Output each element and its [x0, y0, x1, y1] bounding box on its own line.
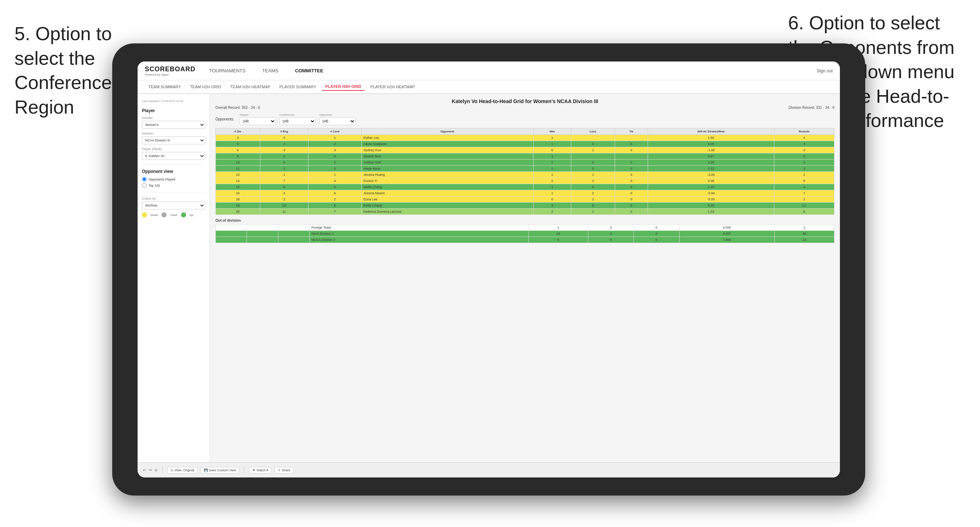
subnav-team-summary[interactable]: TEAM SUMMARY — [145, 83, 185, 90]
subnav-player-h2h-heatmap[interactable]: PLAYER H2H HEATMAP — [367, 83, 418, 90]
nav-tournaments[interactable]: TOURNAMENTS — [206, 67, 248, 75]
view-original-btn[interactable]: ⊙ View: Original — [167, 467, 198, 473]
logo-area: SCOREBOARD Powered by clippd — [145, 65, 196, 76]
division-label: Division — [142, 132, 205, 135]
subnav-team-h2h-grid[interactable]: TEAM H2H GRID — [186, 83, 225, 90]
col-tie: Tie — [615, 129, 648, 135]
colour-up-label: Up — [190, 213, 193, 217]
table-row: 1311Jessica Huang110-3.002 — [216, 172, 834, 178]
table-row: 1822Euna Lee020-5.002 — [216, 197, 834, 203]
undo-icon[interactable]: ↩ — [143, 468, 146, 472]
opponents-label: Opponents: — [215, 117, 234, 121]
content-area: Katelyn Vo Head-to-Head Grid for Women's… — [210, 94, 840, 462]
subnav-player-summary[interactable]: PLAYER SUMMARY — [276, 83, 320, 90]
table-row: 1474Eunice Yi2200.389 — [216, 178, 834, 184]
history-icon[interactable]: ⊙ — [154, 468, 158, 472]
table-row: 1636Jessica Mason120-0.947 — [216, 190, 834, 197]
col-conf: # Conf — [309, 129, 361, 135]
col-win: Win — [533, 129, 571, 135]
table-row: 20117Federica Domecq Lacroze2101.336 — [216, 209, 834, 215]
tablet-frame: SCOREBOARD Powered by clippd TOURNAMENTS… — [112, 43, 865, 495]
colour-level-dot — [161, 212, 167, 217]
main-content: Last Updated: 27/03/2024 16:44 Player Ge… — [138, 94, 840, 462]
colour-by-label: Colour by — [142, 197, 205, 200]
radio-top100[interactable]: Top 100 — [142, 183, 205, 188]
opponent-radio-group: Opponents Played Top 100 — [142, 177, 205, 188]
region-select[interactable]: (All) — [240, 117, 276, 125]
overall-record: Overall Record: 353 - 34 - 6 — [215, 106, 260, 110]
opponent-filter-group: Opponent (All) — [319, 113, 355, 125]
tablet-screen: SCOREBOARD Powered by clippd TOURNAMENTS… — [138, 62, 840, 478]
opponent-select[interactable]: (All) — [319, 117, 355, 125]
divider-1 — [142, 164, 205, 165]
conference-select[interactable]: (All) — [280, 117, 316, 125]
table-row: 1585Stella Cheng1001.254 — [216, 184, 834, 190]
col-div: # Div — [216, 129, 260, 135]
player-rank-select[interactable]: 8. Katelyn Vo — [142, 152, 205, 160]
ood-table-row: Foreign Team1004.5002 — [216, 225, 834, 231]
col-reg: # Reg — [260, 129, 309, 135]
save-custom-view-btn[interactable]: 💾 Save Custom View — [200, 467, 239, 473]
gender-label: Gender — [142, 116, 205, 120]
last-updated: Last Updated: 27/03/2024 16:44 — [142, 100, 205, 103]
table-row: 1063Andrea York2004.004 — [216, 160, 834, 166]
col-opponent: Opponent — [361, 129, 533, 135]
colour-by-select[interactable]: Win/loss — [142, 202, 205, 210]
opponent-label: Opponent — [319, 113, 355, 116]
colour-down-label: Down — [151, 213, 158, 217]
logo-sub: Powered by clippd — [145, 73, 196, 76]
divider-2 — [142, 192, 205, 192]
sidebar: Last Updated: 27/03/2024 16:44 Player Ge… — [138, 94, 210, 462]
col-diff: Diff Av Strokes/Rnd — [648, 129, 774, 135]
colour-up-dot — [181, 212, 186, 217]
region-filter-group: Region (All) — [240, 113, 276, 125]
sidebar-player-title: Player — [142, 108, 205, 113]
out-of-division-title: Out of division — [215, 219, 834, 222]
sub-nav: TEAM SUMMARY TEAM H2H GRID TEAM H2H HEAT… — [138, 80, 840, 94]
gender-select[interactable]: Women's — [142, 121, 205, 129]
ood-table-row: NCAA Division 25007.40010 — [216, 237, 834, 243]
table-row: 19106Emily Chang4000.3011 — [216, 203, 834, 209]
toolbar-sep-2 — [244, 467, 244, 474]
ood-table-row: NAIA Division 115009.26730 — [216, 231, 834, 237]
nav-committee[interactable]: COMMITTEE — [292, 67, 326, 75]
colour-down-dot — [142, 212, 147, 217]
col-loss: Loss — [571, 129, 615, 135]
logo: SCOREBOARD — [145, 65, 196, 73]
col-rounds: Rounds — [774, 129, 834, 135]
top-nav: SCOREBOARD Powered by clippd TOURNAMENTS… — [138, 62, 840, 80]
watch-btn[interactable]: 👁 Watch ▾ — [249, 467, 272, 473]
table-row: 914Sharon Mun13.673 — [216, 153, 834, 160]
h2h-table: # Div # Reg # Conf Opponent Win Loss Tie… — [215, 128, 834, 215]
table-row: 633Sydney Kuo010-1.003 — [216, 147, 834, 153]
share-btn[interactable]: ↗ Share — [274, 467, 294, 473]
conference-filter-group: Conference (All) — [280, 113, 316, 125]
player-rank-label: Player (Rank) — [142, 147, 205, 151]
sign-out-btn[interactable]: Sign out — [817, 68, 833, 73]
redo-icon[interactable]: ↪ — [149, 468, 152, 472]
toolbar-sep-1 — [162, 467, 162, 474]
bottom-toolbar: ↩ ↪ ⊙ ⊙ View: Original 💾 Save Custom Vie… — [138, 462, 840, 478]
subnav-player-h2h-grid[interactable]: PLAYER H2H GRID — [322, 83, 365, 91]
radio-opponents-played[interactable]: Opponents Played — [142, 177, 205, 182]
region-label: Region — [240, 113, 276, 116]
colour-level-label: Level — [170, 213, 177, 217]
conference-label: Conference — [280, 113, 316, 116]
filters-row: Opponents: Region (All) Conference (All) — [215, 113, 834, 125]
out-of-division-table: Foreign Team1004.5002NAIA Division 11500… — [215, 224, 834, 243]
division-select[interactable]: NCAA Division III — [142, 137, 205, 144]
page-title: Katelyn Vo Head-to-Head Grid for Women's… — [215, 98, 834, 104]
nav-items: TOURNAMENTS TEAMS COMMITTEE — [206, 67, 817, 75]
division-record: Division Record: 331 - 34 - 6 — [789, 106, 834, 110]
nav-teams[interactable]: TEAMS — [259, 67, 281, 75]
opponent-view-label: Opponent view — [142, 169, 205, 174]
colour-indicators: Down Level Up — [142, 212, 205, 217]
subnav-team-h2h-heatmap[interactable]: TEAM H2H HEATMAP — [227, 83, 274, 90]
table-row: 522Alexis Sudjianto1004.003 — [216, 141, 834, 147]
records-bar: Overall Record: 353 - 34 - 6 Division Re… — [215, 106, 834, 110]
table-row: 1125Heejo Hyun1003.333 — [216, 166, 834, 172]
table-row: 331Esther Lee11.504 — [216, 135, 834, 141]
